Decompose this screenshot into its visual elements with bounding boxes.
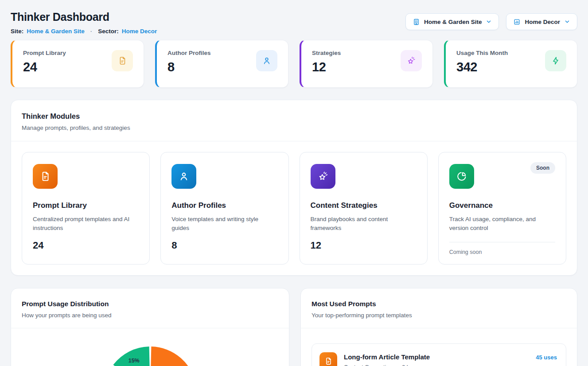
modules-header: Thinker Modules Manage prompts, profiles…	[11, 100, 577, 141]
header-text-block: Thinker Dashboard Site: Home & Garden Si…	[11, 11, 157, 35]
sector-label: Sector:	[98, 28, 119, 35]
stat-text: Author Profiles 8	[167, 49, 211, 74]
module-count: 12	[311, 240, 417, 251]
topbar: Thinker Dashboard Site: Home & Garden Si…	[11, 11, 577, 35]
divider	[11, 328, 289, 328]
bottom-row: Prompt Usage Distribution How your promp…	[11, 288, 577, 366]
soon-badge: Soon	[530, 162, 555, 174]
stat-card-usage: Usage This Month 342	[444, 40, 577, 88]
prompt-item-meta: Content Generation · 2 hours ago	[344, 364, 431, 366]
prompts-panel-subtitle: Your top-performing prompt templates	[312, 312, 566, 319]
module-title: Content Strategies	[311, 201, 417, 210]
coming-soon-text: Coming soon	[449, 249, 555, 255]
module-description: Brand playbooks and content frameworks	[311, 215, 417, 233]
module-card-author-profiles[interactable]: Author Profiles Voice templates and writ…	[160, 152, 288, 265]
page-title: Thinker Dashboard	[11, 11, 157, 23]
module-title: Prompt Library	[33, 201, 139, 210]
stat-text: Strategies 12	[312, 49, 341, 74]
donut-chart: 15%	[103, 346, 197, 366]
divider	[449, 242, 555, 242]
modules-subtitle: Manage prompts, profiles, and strategies	[22, 125, 566, 131]
user-icon	[256, 50, 277, 71]
stat-value: 12	[312, 60, 341, 74]
modules-title: Thinker Modules	[22, 112, 566, 121]
sector-link[interactable]: Home Decor	[122, 28, 157, 35]
prompt-item-title: Long-form Article Template	[344, 352, 431, 361]
stat-text: Usage This Month 342	[456, 49, 508, 74]
breadcrumb: Site: Home & Garden Site · Sector: Home …	[11, 28, 157, 35]
stat-label: Strategies	[312, 49, 341, 56]
module-count: 24	[33, 240, 139, 251]
module-description: Voice templates and writing style guides	[171, 215, 277, 233]
stat-card-prompt-library: Prompt Library 24	[11, 40, 144, 88]
document-icon	[33, 164, 58, 189]
stat-card-strategies: Strategies 12	[300, 40, 433, 88]
document-icon	[112, 50, 133, 71]
prompt-list-item[interactable]: Long-form Article Template Content Gener…	[312, 343, 566, 366]
header-selectors: Home & Garden Site Home Decor	[405, 13, 577, 30]
pie-chart-icon	[449, 164, 474, 189]
prompts-panel-header: Most Used Prompts Your top-performing pr…	[301, 288, 577, 328]
sparkle-star-icon	[401, 50, 422, 71]
separator-dot: ·	[396, 364, 398, 366]
sparkle-star-icon	[311, 164, 335, 189]
stat-value: 24	[23, 60, 66, 74]
dashboard-page: Thinker Dashboard Site: Home & Garden Si…	[0, 0, 588, 366]
stat-label: Usage This Month	[456, 49, 508, 56]
module-description: Track AI usage, compliance, and version …	[449, 215, 555, 233]
stat-label: Author Profiles	[167, 49, 211, 56]
module-card-content-strategies[interactable]: Content Strategies Brand playbooks and c…	[300, 152, 428, 265]
document-icon	[319, 352, 337, 366]
site-selector-button[interactable]: Home & Garden Site	[405, 13, 499, 30]
module-count: 8	[171, 240, 277, 251]
stat-text: Prompt Library 24	[23, 49, 66, 74]
site-label: Site:	[11, 28, 23, 35]
bar-chart-icon	[513, 18, 521, 26]
usage-distribution-panel: Prompt Usage Distribution How your promp…	[11, 288, 289, 366]
module-title: Author Profiles	[171, 201, 277, 210]
site-link[interactable]: Home & Garden Site	[27, 28, 85, 35]
building-icon	[413, 18, 420, 26]
prompt-item-text: Long-form Article Template Content Gener…	[344, 352, 431, 366]
usage-panel-title: Prompt Usage Distribution	[22, 300, 278, 308]
separator-dot: ·	[88, 28, 95, 35]
sector-selector-button[interactable]: Home Decor	[506, 13, 577, 30]
stat-card-author-profiles: Author Profiles 8	[155, 40, 288, 88]
stat-label: Prompt Library	[23, 49, 66, 56]
stats-row: Prompt Library 24 Author Profiles 8	[11, 40, 577, 88]
module-title: Governance	[449, 201, 555, 210]
donut-chart-svg: 15%	[103, 346, 197, 366]
site-selector-label: Home & Garden Site	[424, 19, 482, 25]
most-used-prompts-panel: Most Used Prompts Your top-performing pr…	[300, 288, 577, 366]
usage-panel-header: Prompt Usage Distribution How your promp…	[11, 288, 289, 328]
prompts-panel-title: Most Used Prompts	[312, 300, 566, 308]
sector-selector-label: Home Decor	[525, 19, 560, 25]
thinker-modules-section: Thinker Modules Manage prompts, profiles…	[11, 100, 577, 276]
module-card-prompt-library[interactable]: Prompt Library Centralized prompt templa…	[22, 152, 150, 265]
svg-text:15%: 15%	[128, 358, 139, 364]
module-card-governance[interactable]: Soon Governance Track AI usage, complian…	[438, 152, 566, 265]
module-description: Centralized prompt templates and AI inst…	[33, 215, 139, 233]
user-icon	[171, 164, 196, 189]
modules-grid: Prompt Library Centralized prompt templa…	[11, 141, 577, 275]
prompt-item-uses: 45 uses	[536, 352, 557, 361]
prompts-list: Long-form Article Template Content Gener…	[301, 328, 577, 366]
stat-value: 342	[456, 60, 508, 74]
prompt-item-time: 2 hours ago	[402, 364, 431, 366]
lightning-icon	[545, 50, 566, 71]
usage-panel-subtitle: How your prompts are being used	[22, 312, 278, 319]
prompt-item-category: Content Generation	[344, 364, 392, 366]
chevron-down-icon	[564, 19, 570, 25]
stat-value: 8	[167, 60, 211, 74]
chevron-down-icon	[486, 19, 492, 25]
